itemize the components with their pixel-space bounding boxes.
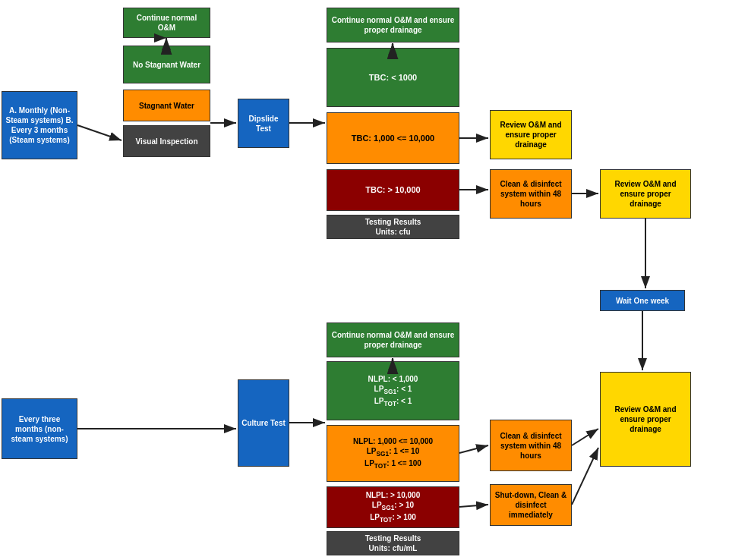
visual-inspection: Visual Inspection	[123, 125, 210, 157]
nlpl-high: NLPL: > 10,000LPSG1: > 10LPTOT: > 100	[327, 486, 459, 528]
review-om-mid: Review O&M and ensure proper drainage	[490, 110, 572, 159]
nlpl-low: NLPL: < 1,000LPSG1: < 1LPTOT: < 1	[327, 361, 459, 420]
continue-om-top: Continue normal O&M	[123, 8, 210, 38]
continue-om-bottom: Continue normal O&M and ensure proper dr…	[327, 322, 459, 357]
dipslide-test: Dipslide Test	[238, 99, 289, 148]
schedule-top: A. Monthly (Non-Steam systems) B. Every …	[2, 91, 77, 159]
svg-line-17	[572, 429, 598, 445]
review-om-right-top: Review O&M and ensure proper drainage	[600, 169, 691, 219]
tbc-high: TBC: > 10,000	[327, 169, 459, 211]
testing-results-top: Testing ResultsUnits: cfu	[327, 215, 459, 239]
continue-om-drainage-top: Continue normal O&M and ensure proper dr…	[327, 8, 459, 42]
tbc-mid: TBC: 1,000 <= 10,000	[327, 112, 459, 164]
tbc-lt1000: TBC: < 1000	[327, 48, 459, 107]
clean-disinfect-bottom: Clean & disinfect system within 48 hours	[490, 420, 572, 471]
testing-results-bottom: Testing ResultsUnits: cfu/mL	[327, 531, 459, 555]
svg-line-18	[572, 448, 598, 505]
stagnant-water: Stagnant Water	[123, 90, 210, 121]
shutdown-clean: Shut-down, Clean & disinfect immediately	[490, 484, 572, 526]
nlpl-mid: NLPL: 1,000 <= 10,000LPSG1: 1 <= 10LPTOT…	[327, 425, 459, 482]
culture-test: Culture Test	[238, 379, 289, 467]
flowchart: A. Monthly (Non-Steam systems) B. Every …	[0, 0, 729, 560]
svg-line-1	[77, 125, 122, 140]
no-stagnant-water: No Stagnant Water	[123, 46, 210, 83]
wait-one-week: Wait One week	[600, 290, 685, 311]
schedule-bottom: Every three months (non-steam systems)	[2, 398, 77, 459]
clean-disinfect-top: Clean & disinfect system within 48 hours	[490, 169, 572, 219]
review-om-right-bottom: Review O&M and ensure proper drainage	[600, 372, 691, 467]
svg-line-15	[459, 445, 488, 453]
svg-line-16	[459, 505, 488, 507]
